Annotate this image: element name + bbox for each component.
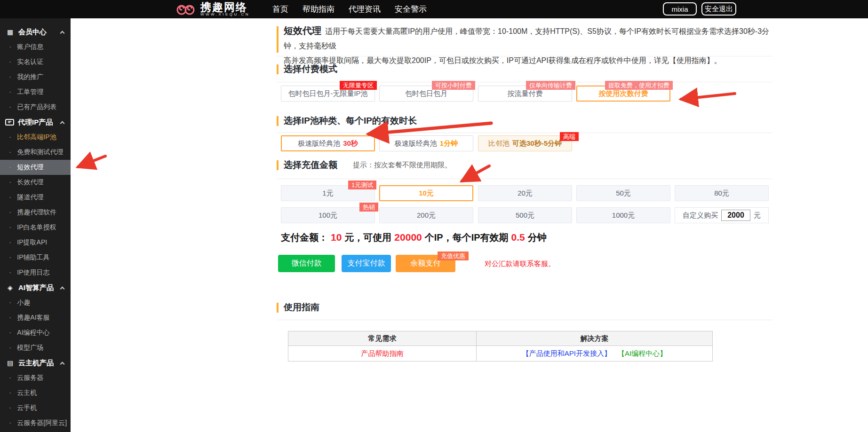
- sidebar-item-xiaoqu[interactable]: · 小趣: [0, 295, 71, 310]
- section-accent-bar: [277, 116, 279, 126]
- sidebar-item-tunnel-proxy[interactable]: · 隧道代理: [0, 190, 71, 205]
- bullet-icon: ·: [9, 148, 11, 157]
- bullet-icon: ·: [9, 103, 11, 111]
- pay-mode-heading: 选择付费模式: [284, 63, 337, 75]
- amount-heading: 选择充值金额: [284, 159, 337, 171]
- sidebar-item-ip-log[interactable]: · IP使用日志: [0, 265, 71, 280]
- page: 携趣网络 WWW.XIEQU.CN 首页 帮助指南 代理资讯 安全警示 mixi…: [0, 0, 868, 432]
- bullet-icon: ·: [9, 238, 11, 247]
- pool-heading: 选择IP池种类、每个IP的有效时长: [284, 115, 417, 127]
- sidebar-item-model-plaza[interactable]: · 模型广场: [0, 340, 71, 355]
- sidebar-group-member-center[interactable]: ▦ 会员中心: [0, 24, 71, 39]
- sidebar-item-label: 已有产品列表: [17, 103, 56, 111]
- amount-option-500[interactable]: 500元: [478, 207, 572, 223]
- nav-help[interactable]: 帮助指南: [303, 4, 334, 15]
- amount-option-200[interactable]: 200元: [379, 207, 473, 223]
- sidebar-item-cloud-server[interactable]: · 云服务器: [0, 370, 71, 385]
- sidebar-item-label: 携趣代理软件: [17, 208, 56, 217]
- sidebar-item-ip-api[interactable]: · IP提取API: [0, 235, 71, 250]
- alipay-pay-button[interactable]: 支付宝付款: [342, 255, 391, 272]
- sidebar-item-ip-tools[interactable]: · IP辅助工具: [0, 250, 71, 265]
- sidebar-item-realname[interactable]: · 实名认证: [0, 55, 71, 70]
- divider: [277, 179, 772, 179]
- bullet-icon: ·: [9, 419, 11, 427]
- sidebar-group-proxy-products[interactable]: IP 代理IP产品: [0, 115, 71, 130]
- custom-amount-input[interactable]: [721, 210, 750, 221]
- payment-summary: 支付金额：10元，可使用20000个IP，每个IP有效期0.5分钟: [281, 231, 547, 244]
- nav-security[interactable]: 安全警示: [395, 4, 427, 15]
- nav-news[interactable]: 代理资讯: [349, 4, 381, 15]
- sidebar-group-label: 云主机产品: [18, 359, 54, 368]
- pool-option-classic-30s[interactable]: 极速版经典池 30秒: [281, 135, 375, 151]
- section-accent-bar: [277, 160, 279, 170]
- guide-solution-api-link[interactable]: 【产品使用和API开发接入】: [522, 349, 611, 357]
- brand-logo[interactable]: 携趣网络 WWW.XIEQU.CN: [175, 2, 250, 16]
- amount-option-80[interactable]: 80元: [675, 185, 769, 201]
- summary-prefix: 支付金额：: [281, 232, 328, 243]
- pool-option-bilin[interactable]: 比邻池 可选30秒-5分钟: [478, 135, 572, 151]
- amount-option-20[interactable]: 20元: [478, 185, 572, 201]
- sidebar-group-label: 会员中心: [18, 28, 47, 37]
- sidebar-item-cloud-phone[interactable]: · 云手机: [0, 401, 71, 416]
- nav-home[interactable]: 首页: [272, 4, 288, 15]
- bullet-icon: ·: [9, 253, 11, 262]
- bullet-icon: ·: [9, 208, 11, 217]
- amount-option-10[interactable]: 10元: [379, 185, 473, 201]
- guide-col-need: 常见需求: [288, 331, 477, 346]
- sidebar-item-ai-coding[interactable]: · AI编程中心: [0, 325, 71, 340]
- amount-option-50[interactable]: 50元: [576, 185, 670, 201]
- sidebar-item-owned-products[interactable]: · 已有产品列表: [0, 100, 71, 115]
- bullet-icon: ·: [9, 133, 11, 141]
- badge-premium: 高端: [560, 132, 579, 141]
- arrow-pay-by-usage: [681, 94, 735, 99]
- amount-option-1000[interactable]: 1000元: [576, 207, 670, 223]
- bullet-icon: ·: [9, 314, 11, 322]
- guide-need-link[interactable]: 产品帮助指南: [361, 349, 404, 357]
- intro-title: 短效代理: [284, 25, 321, 36]
- sidebar-item-label: 比邻高端IP池: [17, 133, 56, 141]
- sidebar-item-ai-service[interactable]: · 携趣AI客服: [0, 310, 71, 325]
- sidebar-item-label: IP白名单授权: [17, 223, 56, 232]
- logout-button[interactable]: 安全退出: [701, 2, 736, 16]
- guide-col-solution: 解决方案: [477, 331, 713, 346]
- bullet-icon: ·: [9, 88, 11, 96]
- summary-amount: 10: [331, 232, 342, 243]
- sidebar-item-ip-whitelist[interactable]: · IP白名单授权: [0, 220, 71, 235]
- sidebar-item-promotion[interactable]: · 我的推广: [0, 70, 71, 85]
- pool-name: 极速版经典池: [395, 139, 437, 148]
- sidebar-group-ai-products[interactable]: ◈ AI智算产品: [0, 280, 71, 295]
- sidebar-item-label: 云服务器: [17, 374, 43, 382]
- sidebar-item-proxy-software[interactable]: · 携趣代理软件: [0, 205, 71, 220]
- layers-icon: ◈: [6, 284, 14, 291]
- custom-amount-label: 自定义购买: [683, 211, 718, 220]
- sidebar-item-tickets[interactable]: · 工单管理: [0, 85, 71, 100]
- wechat-pay-button[interactable]: 微信付款: [278, 255, 335, 272]
- guide-heading: 使用指南: [284, 301, 319, 314]
- username-button[interactable]: mixia: [663, 2, 697, 16]
- brand-name: 携趣网络: [200, 2, 250, 12]
- sidebar-item-label: 云手机: [17, 404, 37, 412]
- bullet-icon: ·: [9, 329, 11, 337]
- bullet-icon: ·: [9, 404, 11, 412]
- sidebar-item-short-proxy[interactable]: · 短效代理: [0, 160, 71, 175]
- sidebar-group-cloud-products[interactable]: ▤ 云主机产品: [0, 355, 71, 370]
- sidebar-item-free-test-proxy[interactable]: · 免费和测试代理: [0, 145, 71, 160]
- pool-name: 极速版经典池: [298, 139, 340, 148]
- chevron-up-icon: [60, 361, 65, 366]
- intro-desc-line2: 高并发高频率提取间隔，最大每次提取200IP，可包日或按次购买，IP可通过API…: [284, 56, 722, 64]
- sidebar-item-account-info[interactable]: · 账户信息: [0, 39, 71, 55]
- intro-accent-bar: [277, 26, 279, 53]
- summary-mid1: 元，可使用: [344, 232, 391, 243]
- guide-table: 常见需求 解决方案 产品帮助指南 【产品使用和API开发接入】 【AI编程中心】: [288, 331, 713, 361]
- sidebar-group-label: 代理IP产品: [18, 118, 53, 127]
- intro-desc-line1: 适用于每天需要大量高匿IP的用户使用，峰值带宽：10-100M，支持HTTP(S…: [284, 27, 769, 50]
- sidebar-item-bilin-pool[interactable]: · 比邻高端IP池: [0, 130, 71, 145]
- bullet-icon: ·: [9, 344, 11, 352]
- sidebar-item-long-proxy[interactable]: · 长效代理: [0, 175, 71, 190]
- bullet-icon: ·: [9, 73, 11, 81]
- pool-option-classic-1min[interactable]: 极速版经典池 1分钟: [379, 135, 473, 151]
- bullet-icon: ·: [9, 389, 11, 397]
- sidebar-item-cloud-server-aliyun[interactable]: · 云服务器[阿里云]: [0, 416, 71, 431]
- guide-solution-ai-link[interactable]: 【AI编程中心】: [618, 349, 667, 357]
- sidebar-item-cloud-host[interactable]: · 云主机: [0, 385, 71, 401]
